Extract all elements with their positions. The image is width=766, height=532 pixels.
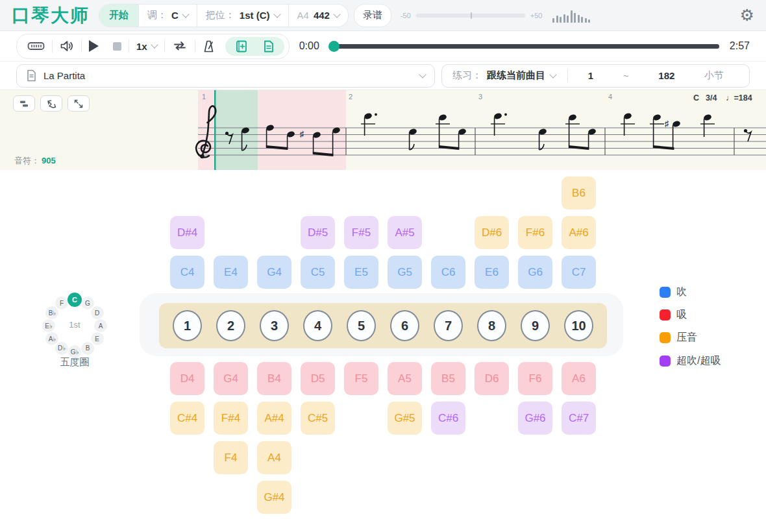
harmonica-cell-C7[interactable]: C7 [562, 256, 596, 289]
position-select[interactable]: 把位： 1st (C) [197, 5, 289, 27]
circle-center-label: 1st [62, 320, 88, 330]
stop-button[interactable] [106, 38, 129, 54]
circle-note-E♭[interactable]: E♭ [42, 319, 55, 332]
harmonica-cell-G4[interactable]: G4 [214, 362, 248, 395]
harmonica-hole-7[interactable]: 7 [434, 310, 463, 341]
harmonica-cell-D5[interactable]: D5 [301, 362, 335, 395]
note-count: 音符：905 [14, 155, 56, 167]
harmonica-view-button[interactable] [20, 38, 52, 54]
tuning-value: 442 [314, 10, 330, 21]
harmonica-cell-B4[interactable]: B4 [257, 362, 291, 395]
harmonica-cell-C6[interactable]: C6 [431, 256, 465, 289]
harmonica-cell-A6[interactable]: A6 [562, 362, 596, 395]
tempo-label: ♩=184 [726, 93, 752, 103]
measure-to-field[interactable]: 182 [658, 70, 674, 81]
key-select[interactable]: 调： C [139, 5, 197, 27]
stop-icon [113, 42, 121, 51]
harmonica-cell-G4[interactable]: G4 [257, 256, 291, 289]
measure-range: 1 ~ 182 小节 [573, 69, 739, 82]
play-button[interactable] [82, 38, 106, 54]
harmonica-cell-A#6[interactable]: A#6 [562, 216, 596, 249]
layout-blocks-button[interactable] [13, 95, 35, 112]
measure-number: 4 [608, 93, 612, 101]
harmonica-cell-F#6[interactable]: F#6 [518, 216, 552, 249]
step-jump-button[interactable] [40, 95, 62, 112]
start-button[interactable]: 开始 [99, 5, 139, 27]
harmonica-hole-4[interactable]: 4 [303, 310, 332, 341]
circle-note-D[interactable]: D [91, 306, 104, 319]
sound-toggle-button[interactable] [53, 38, 81, 54]
harmonica-cell-C#7[interactable]: C#7 [562, 402, 596, 435]
circle-note-E[interactable]: E [91, 332, 104, 345]
harmonica-cell-B6[interactable]: B6 [562, 176, 596, 210]
harmonica-cell-D#4[interactable]: D#4 [170, 216, 204, 249]
circle-note-A[interactable]: A [94, 319, 107, 332]
harmonica-cell-A#5[interactable]: A#5 [388, 216, 422, 249]
progress-bar[interactable] [330, 44, 719, 49]
harmonica-hole-3[interactable]: 3 [260, 310, 289, 341]
speed-select[interactable]: 1x [129, 38, 164, 54]
harmonica-cell-C5[interactable]: C5 [301, 256, 335, 289]
gain-slider[interactable] [416, 14, 525, 18]
harmonica-cell-G5[interactable]: G5 [388, 256, 422, 289]
harmonica-cell-E6[interactable]: E6 [475, 256, 509, 289]
harmonica-hole-6[interactable]: 6 [390, 310, 419, 341]
settings-gear-icon[interactable]: ⚙ [740, 7, 754, 23]
harmonica-cell-D4[interactable]: D4 [170, 362, 204, 395]
harmonica-cell-A#4[interactable]: A#4 [257, 402, 291, 435]
circle-note-D♭[interactable]: D♭ [55, 342, 68, 355]
harmonica-cell-C#6[interactable]: C#6 [431, 402, 465, 435]
legend-swatch [660, 356, 671, 367]
harmonica-cell-G#6[interactable]: G#6 [518, 402, 552, 435]
harmonica-hole-8[interactable]: 8 [477, 310, 506, 341]
circle-note-G♭[interactable]: G♭ [68, 345, 81, 358]
metronome-button[interactable] [195, 38, 223, 54]
harmonica-cell-F6[interactable]: F6 [518, 362, 552, 395]
zigzag-arrow-icon [46, 99, 56, 108]
expand-icon [73, 99, 84, 109]
harmonica-cell-F4[interactable]: F4 [214, 441, 248, 474]
measure-number: 2 [349, 93, 352, 101]
circle-note-F[interactable]: F [55, 296, 68, 309]
songbook-button[interactable] [228, 38, 255, 54]
record-score-button[interactable]: 录谱 [354, 4, 391, 27]
circle-note-B[interactable]: B [81, 342, 94, 355]
practice-mode-select[interactable]: 跟练当前曲目 [487, 69, 545, 82]
harmonica-cell-G#5[interactable]: G#5 [388, 402, 422, 435]
harmonica-cell-B5[interactable]: B5 [431, 362, 465, 395]
legend-swatch [660, 332, 671, 343]
harmonica-icon [27, 40, 45, 52]
harmonica-cell-D#6[interactable]: D#6 [475, 216, 509, 249]
harmonica-cell-A5[interactable]: A5 [388, 362, 422, 395]
harmonica-cell-F5[interactable]: F5 [344, 362, 378, 395]
circle-note-C[interactable]: C [68, 293, 82, 307]
circle-note-B♭[interactable]: B♭ [45, 306, 58, 319]
harmonica-cell-D#5[interactable]: D#5 [301, 216, 335, 249]
harmonica-hole-5[interactable]: 5 [347, 310, 376, 341]
practice-label: 练习： [452, 69, 482, 82]
harmonica-hole-2[interactable]: 2 [216, 310, 245, 341]
harmonica-cell-C4[interactable]: C4 [170, 256, 204, 289]
harmonica-cell-E5[interactable]: E5 [344, 256, 378, 289]
harmonica-cell-F#4[interactable]: F#4 [214, 402, 248, 435]
harmonica-cell-E4[interactable]: E4 [214, 256, 248, 289]
tuning-select[interactable]: A4 442 [289, 5, 348, 27]
chevron-down-icon [333, 10, 340, 18]
measure-from-field[interactable]: 1 [588, 70, 593, 81]
harmonica-hole-9[interactable]: 9 [521, 310, 550, 341]
harmonica-cell-D6[interactable]: D6 [475, 362, 509, 395]
harmonica-cell-A4[interactable]: A4 [257, 441, 291, 474]
fullscreen-button[interactable] [68, 95, 90, 112]
harmonica-cell-F#5[interactable]: F#5 [344, 216, 378, 249]
sheet-view-button[interactable] [255, 38, 282, 54]
harmonica-hole-10[interactable]: 10 [564, 310, 593, 341]
loop-button[interactable] [165, 38, 195, 54]
elapsed-time: 0:00 [299, 40, 319, 52]
song-select[interactable]: La Partita [16, 64, 435, 88]
harmonica-cell-G6[interactable]: G6 [518, 256, 552, 289]
harmonica-cell-C#5[interactable]: C#5 [301, 402, 335, 435]
harmonica-cell-G#4[interactable]: G#4 [257, 481, 291, 514]
progress-thumb[interactable] [328, 41, 340, 52]
harmonica-hole-1[interactable]: 1 [173, 310, 202, 341]
harmonica-cell-C#4[interactable]: C#4 [170, 402, 204, 435]
